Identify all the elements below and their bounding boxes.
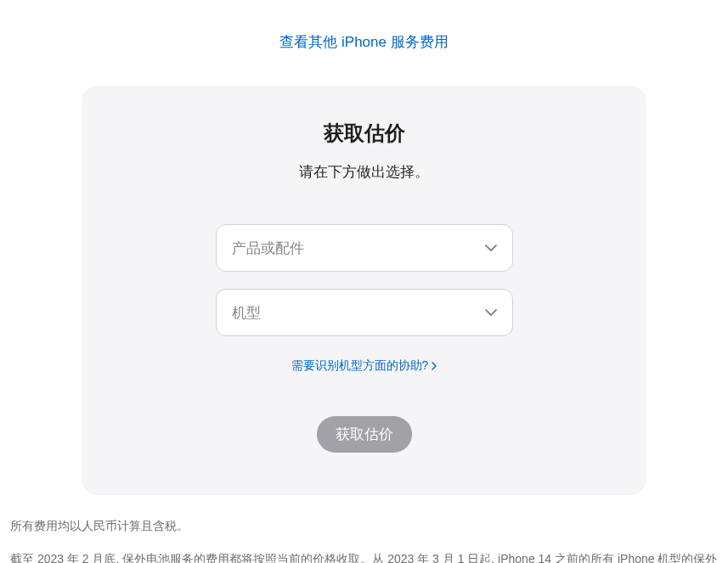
model-select-wrapper: 机型 xyxy=(216,289,513,336)
footer-text: 所有费用均以人民币计算且含税。 截至 2023 年 2 月底, 保外电池服务的费… xyxy=(0,495,728,563)
submit-row: 获取估价 xyxy=(124,416,604,453)
identify-model-help-link[interactable]: 需要识别机型方面的协助? xyxy=(291,358,437,374)
chevron-down-icon xyxy=(485,309,497,316)
chevron-right-icon xyxy=(432,359,437,373)
footer-line2: 截至 2023 年 2 月底, 保外电池服务的费用都将按照当前的价格收取。从 2… xyxy=(10,549,718,563)
other-services-link[interactable]: 查看其他 iPhone 服务费用 xyxy=(279,34,448,50)
get-estimate-button[interactable]: 获取估价 xyxy=(317,416,412,453)
footer-line2-prefix: 截至 2023 年 2 月底, 保外电池服务的费用都将按照当前的价格收取。从 2… xyxy=(10,552,717,563)
card-title: 获取估价 xyxy=(124,120,604,147)
estimate-card: 获取估价 请在下方做出选择。 产品或配件 机型 需要识别机型方面的协助? xyxy=(82,86,646,495)
chevron-down-icon xyxy=(485,245,497,251)
help-link-text: 需要识别机型方面的协助? xyxy=(291,358,429,374)
model-select-placeholder: 机型 xyxy=(232,303,261,323)
product-select-wrapper: 产品或配件 xyxy=(216,224,513,272)
product-select-placeholder: 产品或配件 xyxy=(232,239,304,258)
card-subtitle: 请在下方做出选择。 xyxy=(124,162,604,182)
top-link-container: 查看其他 iPhone 服务费用 xyxy=(0,0,728,86)
footer-line1: 所有费用均以人民币计算且含税。 xyxy=(10,515,718,537)
product-select[interactable]: 产品或配件 xyxy=(216,224,513,272)
model-select[interactable]: 机型 xyxy=(216,289,513,336)
